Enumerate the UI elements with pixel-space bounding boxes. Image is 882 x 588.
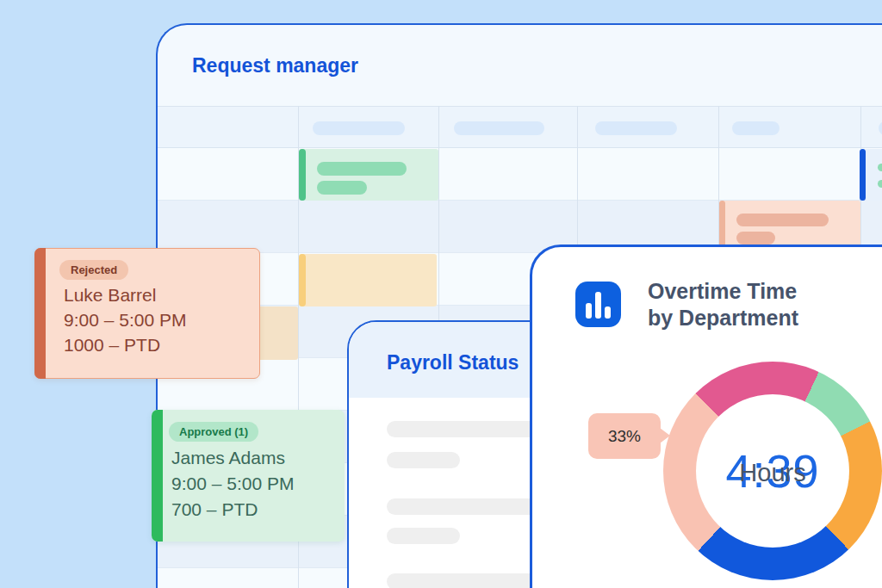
skeleton-row (387, 452, 460, 468)
request-manager-title: Request manager (192, 54, 358, 77)
event-text-placeholder (878, 180, 882, 188)
approved-badge: Approved (1) (169, 422, 258, 442)
donut-tooltip: 33% (588, 413, 661, 459)
skeleton-row (387, 528, 460, 544)
approved-card-side-bar (152, 410, 163, 542)
donut-tooltip-label: 33% (608, 427, 641, 446)
bar-chart-icon (575, 282, 621, 327)
event-pending-skeleton[interactable] (299, 254, 437, 306)
rejected-event-card[interactable]: Rejected Luke Barrel 9:00 – 5:00 PM 1000… (34, 248, 260, 379)
event-color-bar (299, 149, 306, 201)
donut-center-label: Hours (739, 459, 805, 487)
donut-center: 4:39 Hours (696, 394, 849, 548)
event-text-placeholder (317, 162, 407, 176)
header-pill (313, 121, 405, 135)
shift-time: 9:00 – 5:00 PM (171, 473, 294, 494)
overtime-title-line2: by Department (648, 305, 798, 331)
event-text-placeholder (878, 164, 882, 171)
page: Request manager (0, 0, 882, 588)
overtime-donut-chart[interactable]: 4:39 Hours (663, 362, 882, 580)
event-color-bar (860, 149, 866, 201)
header-pill (732, 121, 780, 135)
event-text-placeholder (317, 181, 367, 195)
event-blue-skeleton[interactable] (860, 149, 882, 201)
tooltip-arrow (660, 428, 670, 443)
header-pill (595, 121, 677, 135)
overtime-card: Overtime Time by Department 4:39 Hours 3… (530, 244, 882, 588)
rejected-card-side-bar (34, 248, 46, 379)
header-pill (454, 121, 544, 135)
event-text-placeholder (736, 214, 829, 226)
overtime-title: Overtime Time by Department (648, 278, 798, 331)
employee-name: James Adams (171, 448, 285, 468)
approved-event-card[interactable]: Approved (1) James Adams 9:00 – 5:00 PM … (152, 410, 345, 542)
employee-name: Luke Barrel (64, 285, 156, 306)
grid-row (158, 148, 882, 201)
ptd-amount: 1000 – PTD (64, 335, 160, 356)
rejected-badge: Rejected (59, 260, 128, 280)
ptd-amount: 700 – PTD (171, 499, 258, 520)
overtime-title-line1: Overtime Time (648, 278, 798, 305)
event-approved-skeleton[interactable] (299, 149, 438, 201)
event-color-bar (299, 254, 306, 306)
shift-time: 9:00 – 5:00 PM (64, 310, 186, 331)
event-text-placeholder (736, 232, 775, 244)
